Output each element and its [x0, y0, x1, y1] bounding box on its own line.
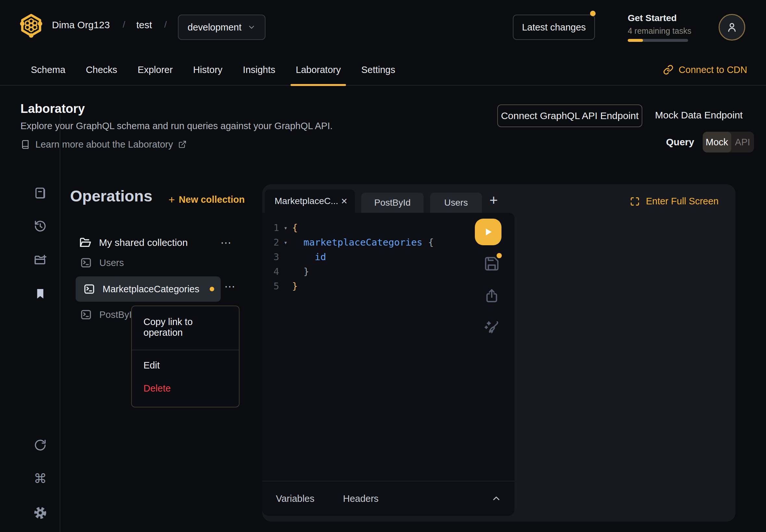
share-operation-button[interactable]: [484, 287, 500, 304]
settings-button[interactable]: [33, 506, 47, 520]
shortcuts-button[interactable]: ⌘: [33, 471, 47, 486]
menu-item-edit[interactable]: Edit: [132, 350, 239, 375]
get-started-progressbar: [628, 39, 688, 42]
operations-title: Operations: [70, 187, 152, 205]
fold-marker: [279, 250, 292, 264]
operation-item-postbyid[interactable]: PostById: [80, 303, 137, 326]
variables-tab[interactable]: Variables: [276, 493, 314, 504]
collection-box-icon: [33, 186, 47, 200]
toggle-option-api[interactable]: API: [731, 132, 754, 152]
gear-icon: [33, 506, 47, 520]
new-collection-button[interactable]: [33, 253, 47, 267]
editor-bottom-bar: Variables Headers: [262, 481, 515, 516]
prettify-button[interactable]: [483, 319, 501, 336]
fullscreen-icon: [630, 196, 640, 207]
latest-changes-button[interactable]: Latest changes: [513, 15, 595, 40]
fold-marker[interactable]: ▾: [279, 221, 292, 235]
query-mode-row: Query Mock API: [666, 132, 754, 152]
query-mode-toggle[interactable]: Mock API: [703, 132, 754, 152]
unsaved-indicator-dot: [497, 253, 502, 258]
line-number: 2: [262, 235, 279, 250]
environment-selector[interactable]: development: [178, 15, 265, 40]
bookmark-icon: [34, 287, 46, 300]
code-line: 2 ▾ marketplaceCategories {: [262, 235, 434, 250]
editor-tab-postbyid[interactable]: PostById: [361, 193, 424, 213]
new-collection-link[interactable]: + New collection: [168, 193, 245, 206]
operation-label: Users: [99, 258, 124, 268]
menu-item-delete[interactable]: Delete: [132, 375, 239, 407]
collapse-chevron-icon[interactable]: [491, 493, 502, 504]
history-clock-icon: [33, 219, 47, 233]
connect-graphql-endpoint-button[interactable]: Connect GraphQL API Endpoint: [497, 104, 642, 127]
connect-to-cdn-label: Connect to CDN: [679, 65, 747, 75]
prettify-broom-icon: [483, 319, 501, 336]
tab-checks[interactable]: Checks: [86, 54, 117, 85]
editor-tab-marketplacecategories[interactable]: MarketplaceC... ✕: [265, 189, 355, 213]
operation-terminal-icon: [83, 283, 95, 295]
history-button[interactable]: [33, 219, 47, 233]
save-operation-button[interactable]: [484, 256, 500, 272]
unsaved-changes-dot: [210, 287, 214, 291]
tab-settings[interactable]: Settings: [361, 54, 395, 85]
bookmarks-button[interactable]: [33, 287, 47, 301]
user-avatar[interactable]: [719, 14, 745, 41]
query-editor[interactable]: 1 ▾ { 2 ▾ marketplaceCategories { 3 id 4: [262, 213, 515, 516]
environment-label: development: [188, 22, 241, 33]
editor-tab-label: MarketplaceC...: [274, 196, 338, 206]
run-query-button[interactable]: [475, 219, 502, 245]
query-label: Query: [666, 137, 694, 148]
code-line: 5 }: [262, 279, 434, 294]
menu-item-copy-link[interactable]: Copy link to operation: [132, 306, 239, 350]
person-icon: [725, 21, 738, 34]
close-tab-icon[interactable]: ✕: [341, 197, 347, 206]
command-icon: ⌘: [34, 472, 47, 485]
editor-tab-users[interactable]: Users: [430, 193, 482, 213]
breadcrumb-separator: /: [164, 19, 167, 30]
operation-context-menu: Copy link to operation Edit Delete: [131, 306, 239, 407]
collections-button[interactable]: [33, 186, 47, 200]
graphql-code[interactable]: 1 ▾ { 2 ▾ marketplaceCategories { 3 id 4: [262, 221, 434, 294]
new-collection-label: New collection: [179, 194, 245, 205]
share-upload-icon: [484, 287, 500, 304]
enter-fullscreen-label: Enter Full Screen: [646, 196, 719, 207]
plus-icon: +: [168, 193, 175, 206]
laboratory-editor-panel: MarketplaceC... ✕ PostById Users + Enter…: [262, 184, 736, 522]
headers-tab[interactable]: Headers: [343, 493, 379, 504]
code-line: 1 ▾ {: [262, 221, 434, 235]
operation-menu-button[interactable]: ⋯: [224, 281, 236, 292]
connect-to-cdn-link[interactable]: Connect to CDN: [663, 65, 747, 75]
collection-menu-button[interactable]: ⋯: [220, 237, 232, 248]
tab-explorer[interactable]: Explorer: [138, 54, 173, 85]
laboratory-page: Dima Org123 / test / development Latest …: [0, 0, 766, 532]
project-nav: Schema Checks Explorer History Insights …: [0, 54, 766, 86]
collection-name: My shared collection: [99, 237, 188, 248]
operation-label: MarketplaceCategories: [103, 284, 199, 295]
breadcrumb-project[interactable]: test: [136, 19, 152, 30]
refetch-schema-button[interactable]: [33, 438, 47, 452]
operation-item-marketplacecategories[interactable]: MarketplaceCategories: [76, 276, 221, 302]
line-number: 1: [262, 221, 279, 235]
tab-insights[interactable]: Insights: [243, 54, 275, 85]
folder-plus-icon: [33, 253, 47, 267]
breadcrumb-separator: /: [123, 19, 125, 30]
tab-history[interactable]: History: [193, 54, 222, 85]
toggle-option-mock[interactable]: Mock: [703, 132, 731, 152]
latest-changes-label: Latest changes: [522, 22, 586, 33]
tab-schema[interactable]: Schema: [31, 54, 65, 85]
operations-panel: Operations + New collection My shared co…: [60, 114, 262, 532]
operation-item-users[interactable]: Users: [80, 251, 124, 274]
get-started-subtitle: 4 remaining tasks: [628, 26, 691, 36]
laboratory-sidebar-rail: ⌘: [0, 114, 60, 532]
mock-data-endpoint-button[interactable]: Mock Data Endpoint: [655, 110, 743, 121]
tab-laboratory[interactable]: Laboratory: [296, 54, 341, 85]
new-tab-button[interactable]: +: [490, 192, 498, 208]
enter-fullscreen-button[interactable]: Enter Full Screen: [630, 196, 719, 207]
code-line: 3 id: [262, 250, 434, 264]
get-started-progress-fill: [628, 39, 643, 42]
hive-logo-icon[interactable]: [19, 13, 43, 40]
breadcrumb-org[interactable]: Dima Org123: [52, 19, 110, 30]
play-icon: [483, 226, 494, 237]
get-started-title[interactable]: Get Started: [628, 13, 677, 23]
link-icon: [663, 65, 674, 75]
fold-marker[interactable]: ▾: [279, 235, 292, 250]
